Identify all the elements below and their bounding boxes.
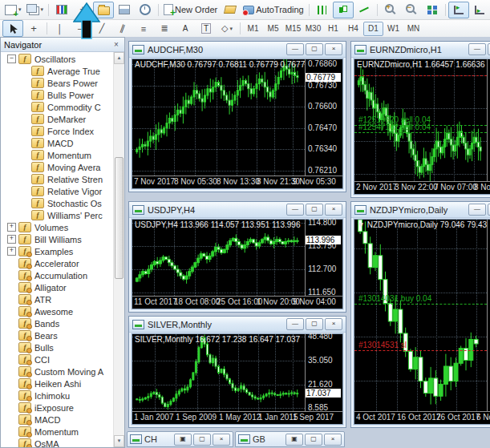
scrollbar-thumb[interactable] [115, 157, 124, 279]
time-axis[interactable]: 11 Oct 201718 Oct 08:0025 Oct 16:001 Nov… [132, 296, 342, 309]
tree-item-awesome[interactable]: fAwesome [1, 305, 114, 317]
candlestick-mode-button[interactable] [333, 2, 354, 18]
auto-scroll-button[interactable] [448, 2, 469, 18]
text-label-tool-button[interactable]: T [196, 20, 217, 37]
trendline-tool-button[interactable]: ╱ [91, 20, 112, 37]
tree-item-average-true[interactable]: fAverage True [1, 65, 114, 77]
tree-item-bill-williams[interactable]: +fBill Williams [1, 233, 114, 245]
maximize-button[interactable]: ▢ [306, 318, 323, 330]
chart-window-nzd[interactable]: NZDJPYmicro,Daily — ▢ × ▼ NZDJPYmicro,Da… [350, 201, 490, 428]
zoom-in-button[interactable] [380, 2, 401, 18]
restore-button[interactable]: ▣ [285, 434, 303, 446]
timeframe-button-h1[interactable]: H1 [323, 22, 343, 36]
crosshair-tool-button[interactable]: + [23, 20, 44, 37]
window-titlebar[interactable]: EURNZDmicro,H1 — ▢ × [351, 42, 490, 58]
navigator-toggle-button[interactable] [93, 2, 114, 18]
arrows-tool-button[interactable]: ◇▾ [217, 20, 237, 37]
tree-item-iexposure[interactable]: fiExposure [1, 402, 114, 414]
chart-window-aud[interactable]: AUDCHF,M30 — ▢ × AUDCHF,M30 0.76797 0.76… [128, 41, 346, 192]
maximize-button[interactable]: ▢ [193, 434, 211, 446]
cursor-tool-button[interactable] [2, 20, 23, 37]
tree-item-heiken-ashi[interactable]: fHeiken Ashi [1, 377, 114, 389]
maximize-button[interactable]: ▢ [306, 43, 323, 55]
time-axis[interactable]: 2 Nov 20173 Nov 22:007 Nov 07:008 Nov 16… [354, 181, 490, 194]
tree-item-examples[interactable]: +fExamples [1, 245, 114, 257]
chart-plot[interactable]: SILVER,Monthly 16.672 17.238 16.647 17.0… [132, 334, 305, 411]
tree-expand-box[interactable]: + [7, 247, 16, 256]
tree-item-bulls[interactable]: fBulls [1, 341, 114, 353]
timeframe-button-m5[interactable]: M5 [263, 22, 283, 36]
tree-item-bears-power[interactable]: fBears Power [1, 77, 114, 89]
tree-item-relative-stren[interactable]: fRelative Stren [1, 173, 114, 185]
price-scale[interactable] [487, 59, 490, 181]
tree-item-cci[interactable]: fCCI [1, 353, 114, 365]
close-icon[interactable]: × [111, 40, 121, 49]
new-order-button[interactable]: New Order [161, 2, 220, 18]
timeframe-button-d1[interactable]: D1 [363, 22, 383, 36]
chart-window-eur[interactable]: EURNZDmicro,H1 — ▢ × EURNZDmicro,H1 1.66… [350, 41, 490, 198]
window-titlebar[interactable]: AUDCHF,M30 — ▢ × [129, 42, 346, 58]
chart-plot[interactable]: AUDCHF,M30 0.76797 0.76811 0.76779 0.767… [132, 59, 305, 176]
horizontal-line-tool-button[interactable]: ─ [71, 20, 91, 37]
time-axis[interactable]: 4 Oct 201716 Oct 201726 Oct 20176 Nov 20… [354, 411, 490, 424]
price-scale[interactable]: 48.48035.05021.6208.58517.037 [305, 334, 342, 411]
time-axis[interactable]: 1 Jan 20071 Sep 20091 May 20121 Jan 2015… [132, 411, 342, 424]
vertical-line-tool-button[interactable]: │ [50, 20, 71, 37]
maximize-button[interactable]: ▢ [306, 204, 323, 216]
tree-item-moving-avera[interactable]: fMoving Avera [1, 161, 114, 173]
price-scale[interactable]: 114.800113.750112.700111.650113.996 [305, 220, 342, 296]
metaeditor-button[interactable] [220, 2, 241, 18]
close-button[interactable]: × [213, 434, 230, 446]
tree-item-commodity-c[interactable]: fCommodity C [1, 101, 114, 113]
chart-shift-button[interactable] [469, 2, 490, 18]
channel-tool-button[interactable]: ∥ [112, 20, 133, 37]
maximize-button[interactable]: ▢ [305, 434, 322, 446]
tree-item-bulls-power[interactable]: fBulls Power [1, 89, 114, 101]
tree-item-custom-moving-a[interactable]: fCustom Moving A [1, 365, 114, 377]
window-titlebar[interactable]: SILVER,Monthly — ▢ × [129, 317, 346, 333]
timeframe-button-m15[interactable]: M15 [283, 22, 303, 36]
window-titlebar[interactable]: USDJPY,H4 — ▢ × [129, 202, 346, 218]
minimize-button[interactable]: — [468, 204, 486, 216]
tree-item-williams-perc[interactable]: fWilliams' Perc [1, 209, 114, 221]
window-titlebar[interactable]: NZDJPYmicro,Daily — ▢ × [351, 202, 490, 218]
text-tool-button[interactable]: A [175, 20, 196, 37]
new-chart-button[interactable]: ▾ [2, 2, 24, 18]
tree-item-macd[interactable]: fMACD [1, 414, 114, 426]
tree-item-osma[interactable]: fOsMA [1, 438, 114, 447]
line-chart-mode-button[interactable] [354, 2, 375, 18]
terminal-button[interactable] [114, 2, 135, 18]
scroll-down-icon[interactable]: ▼ [114, 435, 124, 447]
minimized-chart-ch[interactable]: CH ▣ ▢ × [127, 431, 233, 447]
tree-item-macd[interactable]: fMACD [1, 137, 114, 149]
data-window-button[interactable]: + [72, 2, 93, 18]
chart-plot[interactable]: EURNZDmicro,H1 1.66457 1.66636 1.66455 1… [354, 59, 487, 181]
close-button[interactable]: × [325, 43, 342, 55]
price-scale[interactable] [487, 220, 490, 411]
navigator-scrollbar[interactable]: ▲ ▼ [113, 52, 124, 447]
minimize-button[interactable]: — [286, 204, 304, 216]
market-watch-button[interactable] [51, 2, 72, 18]
tree-item-volumes[interactable]: +fVolumes [1, 221, 114, 233]
tree-item-accumulation[interactable]: fAccumulation [1, 269, 114, 281]
navigator-header[interactable]: Navigator × [1, 38, 124, 52]
tree-item-alligator[interactable]: fAlligator [1, 281, 114, 293]
timeframe-button-h4[interactable]: H4 [343, 22, 363, 36]
tree-item-momentum[interactable]: fMomentum [1, 426, 114, 438]
price-scale[interactable]: 0.768600.767300.766000.764700.763400.762… [305, 59, 342, 176]
tree-item-demarker[interactable]: fDeMarker [1, 113, 114, 125]
tree-item-oscillators[interactable]: −fOscillators [1, 53, 114, 65]
autotrading-button[interactable]: AutoTrading [241, 2, 306, 18]
tree-item-atr[interactable]: fATR [1, 293, 114, 305]
tree-item-relative-vigor[interactable]: fRelative Vigor [1, 185, 114, 197]
tree-item-bears[interactable]: fBears [1, 329, 114, 341]
minimize-button[interactable]: — [286, 318, 304, 330]
timeframe-button-m1[interactable]: M1 [243, 22, 263, 36]
chart-window-sil[interactable]: SILVER,Monthly — ▢ × SILVER,Monthly 16.6… [128, 316, 346, 428]
close-button[interactable]: × [324, 434, 342, 446]
close-button[interactable]: × [325, 204, 342, 216]
tree-item-stochastic-os[interactable]: fStochastic Os [1, 197, 114, 209]
cycle-lines-tool-button[interactable]: ≣ [154, 20, 175, 37]
timeframe-button-m30[interactable]: M30 [303, 22, 323, 36]
time-axis[interactable]: 7 Nov 20178 Nov 05:308 Nov 13:308 Nov 21… [132, 176, 342, 188]
